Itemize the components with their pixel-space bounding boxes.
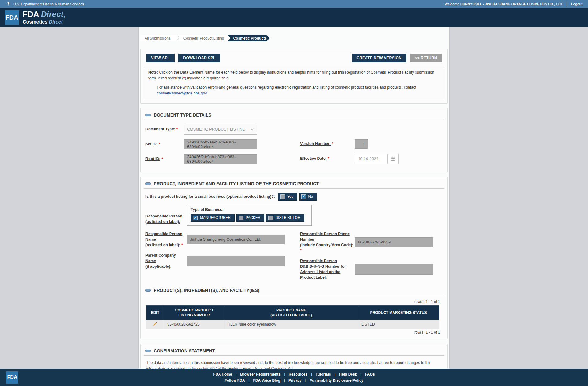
- toolbar: VIEW SPL DOWNLOAD SPL CREATE NEW VERSION…: [144, 52, 444, 63]
- checkbox-unchecked-icon: [239, 216, 243, 220]
- confirmation-statement-header: CONFIRMATION STATEMENT: [144, 347, 444, 356]
- app-header: FDA FDA Direct, Cosmetics Direct: [0, 8, 588, 27]
- confirmation-statement-text: The data and information in this submiss…: [146, 360, 442, 369]
- topbar-divider: [567, 2, 567, 6]
- cosmeticsdirect-email-link[interactable]: cosmeticsdirect@fda.hhs.gov: [157, 91, 207, 95]
- footer-links-row2: Follow FDA| FDA Voice Blog| Privacy| Vul…: [221, 378, 367, 383]
- breadcrumb-cosmetic-products[interactable]: Cosmetic Products: [228, 35, 270, 41]
- footer: FDA FDA Home| Browser Requirements| Reso…: [0, 369, 588, 386]
- footer-link-resources[interactable]: Resources: [285, 372, 311, 376]
- confirmation-statement-title: CONFIRMATION STATEMENT: [154, 348, 215, 353]
- packer-checkbox[interactable]: PACKER: [236, 214, 264, 222]
- responsible-person-phone-field: 86-188-6795-9359: [355, 237, 433, 247]
- edit-cell: [146, 320, 164, 329]
- effective-date-label[interactable]: Effective Date: *: [300, 156, 355, 161]
- responsible-person-name-field: Jinhua Shangcheng Cosmetics Co., Ltd.: [187, 235, 285, 244]
- products-table-header: PRODUCT(S), INGREDIENT(S), AND FACILITY(…: [144, 287, 444, 295]
- checkbox-unchecked-icon: [280, 194, 285, 199]
- confirmation-statement-section: CONFIRMATION STATEMENT The data and info…: [140, 344, 448, 369]
- calendar-icon: [390, 156, 396, 161]
- hhs-utility-bar: U.S. Department of Health & Human Servic…: [0, 0, 588, 8]
- edit-pencil-icon[interactable]: [153, 322, 157, 326]
- content-column: All Submissions Cosmetic Product Listing…: [138, 27, 450, 369]
- hhs-dept-label: U.S. Department of Health & Human Servic…: [6, 1, 84, 7]
- collapse-dash-icon[interactable]: [145, 114, 151, 116]
- breadcrumb-chevron-icon: [175, 35, 179, 41]
- footer-link-vulnerability-disclosure[interactable]: Vulnerability Disclosure Policy: [306, 378, 367, 383]
- footer-link-browser-requirements[interactable]: Browser Requirements: [236, 372, 284, 376]
- footer-link-privacy[interactable]: Privacy: [285, 378, 305, 383]
- version-number-label[interactable]: Version Number: *: [300, 141, 355, 147]
- type-of-business-fieldset: Type of Business: MANUFACTURER PACKER: [187, 205, 312, 226]
- footer-link-fda-home[interactable]: FDA Home: [209, 372, 236, 376]
- document-type-select[interactable]: COSMETIC PRODUCT LISTING: [184, 124, 257, 135]
- document-type-details-header: DOCUMENT TYPE DETAILS: [144, 111, 444, 120]
- products-table-title: PRODUCT(S), INGREDIENT(S), AND FACILITY(…: [154, 288, 259, 293]
- rows-info-top: row(s) 1 - 1 of 1: [144, 300, 440, 304]
- assist-text: For assistance with validation errors an…: [157, 85, 416, 90]
- note-label: Note:: [148, 70, 158, 75]
- product-listing-section: PRODUCT, INGREDIENT AND FACILITY LISTING…: [140, 177, 448, 339]
- distributor-checkbox[interactable]: DISTRIBUTOR: [266, 214, 304, 222]
- checkbox-checked-icon: [301, 194, 306, 199]
- welcome-user-label: Welcome HUNNYSKILL - JINHUA SHANG ORANGE…: [445, 2, 562, 6]
- collapse-dash-icon[interactable]: [145, 289, 151, 292]
- download-spl-button[interactable]: DOWNLOAD SPL: [178, 54, 220, 62]
- footer-link-tutorials[interactable]: Tutorials: [312, 372, 335, 376]
- checkbox-checked-icon: [193, 216, 198, 220]
- footer-links-row1: FDA Home| Browser Requirements| Resource…: [209, 372, 378, 376]
- type-of-business-label: Type of Business:: [191, 208, 308, 212]
- responsible-person-phone-label[interactable]: Responsible Person Phone Number (Include…: [300, 231, 355, 254]
- collapse-dash-icon[interactable]: [145, 350, 151, 352]
- product-listing-title: PRODUCT, INGREDIENT AND FACILITY LISTING…: [154, 181, 319, 186]
- footer-link-fda-voice-blog[interactable]: FDA Voice Blog: [249, 378, 284, 383]
- footer-link-follow-fda[interactable]: Follow FDA: [221, 378, 249, 383]
- small-business-no-checkbox[interactable]: No: [299, 193, 317, 201]
- toolbar-card: VIEW SPL DOWNLOAD SPL CREATE NEW VERSION…: [140, 49, 448, 104]
- set-id-label[interactable]: Set ID: *: [145, 141, 184, 147]
- note-box: Note: Click on the Data Element Name for…: [144, 67, 444, 100]
- dept-prefix: U.S. Department of: [13, 2, 42, 6]
- duns-number-field: [355, 264, 433, 275]
- parent-company-name-field: [187, 256, 285, 266]
- app-title: FDA Direct, Cosmetics Direct: [23, 10, 66, 25]
- responsible-person-name-label[interactable]: Responsible Person Name (as listed on la…: [145, 231, 187, 248]
- footer-link-help-desk[interactable]: Help Desk: [335, 372, 360, 376]
- collapse-dash-icon[interactable]: [145, 182, 151, 185]
- fda-logo: FDA: [5, 10, 19, 25]
- effective-date-field: 10-16-2024: [355, 154, 399, 164]
- parent-company-name-label[interactable]: Parent Company Name (if applicable):: [145, 253, 187, 269]
- duns-number-label[interactable]: Responsible Person D&B D-U-N-S Number fo…: [300, 258, 355, 281]
- breadcrumb-cosmetic-product-listing[interactable]: Cosmetic Product Listing: [179, 35, 228, 41]
- hhs-eagle-icon: [6, 1, 11, 7]
- breadcrumb-all-submissions[interactable]: All Submissions: [140, 35, 175, 41]
- app-subtitle-accent: Direct: [49, 19, 62, 25]
- root-id-label[interactable]: Root ID: *: [145, 156, 184, 162]
- return-button[interactable]: << RETURN: [410, 54, 442, 62]
- create-new-version-button[interactable]: CREATE NEW VERSION: [352, 54, 406, 62]
- edit-column-header: EDIT: [146, 305, 164, 320]
- app-title-accent: Direct,: [41, 10, 66, 19]
- checkbox-unchecked-icon: [268, 216, 273, 220]
- small-business-yes-checkbox[interactable]: Yes: [278, 193, 297, 201]
- responsible-person-label[interactable]: Responsible Person (as listed on label):: [145, 205, 187, 224]
- set-id-field: 249436f2-b9aa-b373-e063-6394a90a4ee4: [184, 139, 257, 149]
- footer-link-faqs[interactable]: FAQs: [361, 372, 378, 376]
- product-listing-header: PRODUCT, INGREDIENT AND FACILITY LISTING…: [144, 180, 444, 189]
- document-type-details-section: DOCUMENT TYPE DETAILS Document Type: * C…: [140, 108, 448, 172]
- page-background: All Submissions Cosmetic Product Listing…: [0, 27, 588, 369]
- table-row: 53-460028-562726 HLLR Nine color eyeshad…: [146, 320, 439, 329]
- listing-number-column-header: COSMETIC PRODUCTLISTING NUMBER: [164, 305, 224, 320]
- rows-info-bottom: row(s) 1 - 1 of 1: [144, 330, 440, 334]
- marketing-status-cell: LISTED: [358, 320, 439, 329]
- small-business-question-label[interactable]: Is this a product listing for a small bu…: [145, 194, 275, 199]
- document-type-details-title: DOCUMENT TYPE DETAILS: [154, 113, 211, 117]
- document-type-label[interactable]: Document Type: *: [145, 126, 184, 132]
- view-spl-button[interactable]: VIEW SPL: [146, 54, 175, 62]
- manufacturer-checkbox[interactable]: MANUFACTURER: [191, 214, 235, 222]
- root-id-field: 249436f2-b9ab-b373-e063-6394a90a4ee4: [184, 154, 257, 164]
- logout-link[interactable]: Logout: [571, 2, 582, 6]
- effective-date-calendar-button[interactable]: [388, 154, 399, 164]
- effective-date-input[interactable]: 10-16-2024: [355, 154, 388, 164]
- dept-name: Health & Human Services: [43, 2, 84, 6]
